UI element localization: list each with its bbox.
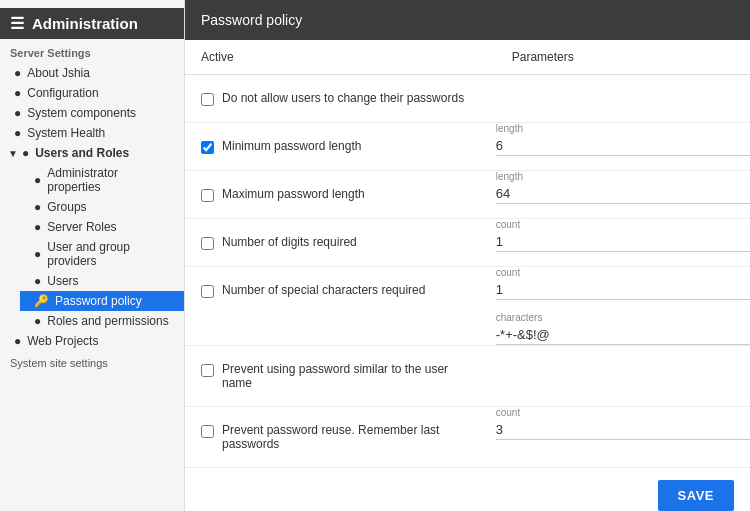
- param-label-min-length: length: [496, 123, 750, 134]
- param-input-prevent-reuse[interactable]: [496, 420, 750, 440]
- admin-properties-icon: ●: [34, 173, 41, 187]
- table-row: Number of special characters requiredcou…: [185, 267, 750, 346]
- sidebar-item-server-roles[interactable]: ● Server Roles: [20, 217, 184, 237]
- table-row: Prevent using password similar to the us…: [185, 346, 750, 407]
- table-row: Minimum password lengthlength: [185, 123, 750, 171]
- app-title: Administration: [32, 15, 138, 32]
- sidebar-item-about[interactable]: ● About Jshia: [0, 63, 184, 83]
- server-settings-label: Server Settings: [0, 39, 184, 63]
- sidebar-item-label: Server Roles: [47, 220, 116, 234]
- sidebar-item-label: Password policy: [55, 294, 142, 308]
- label-prevent-reuse: Prevent password reuse. Remember last pa…: [222, 423, 480, 451]
- sidebar-app-header: ☰ Administration: [0, 8, 184, 39]
- table-row: Do not allow users to change their passw…: [185, 75, 750, 123]
- table-row: Maximum password lengthlength: [185, 171, 750, 219]
- param-input-special-chars[interactable]: [496, 280, 750, 300]
- save-button[interactable]: SAVE: [658, 480, 734, 511]
- menu-icon[interactable]: ☰: [10, 14, 24, 33]
- page-title: Password policy: [201, 12, 302, 28]
- extra-param-label-special-chars: characters: [496, 312, 750, 323]
- param-cell-digits-required: count: [496, 219, 750, 267]
- column-parameters: Parameters: [496, 40, 750, 75]
- extra-param-input-special-chars[interactable]: [496, 325, 750, 345]
- web-projects-icon: ●: [14, 334, 21, 348]
- save-row: SAVE: [185, 468, 750, 511]
- sidebar-item-label: Administrator properties: [47, 166, 174, 194]
- checkbox-prevent-reuse[interactable]: [201, 425, 214, 438]
- column-active: Active: [185, 40, 496, 75]
- sidebar-item-label: Groups: [47, 200, 86, 214]
- label-digits-required: Number of digits required: [222, 235, 357, 249]
- param-label-special-chars: count: [496, 267, 750, 278]
- label-special-chars: Number of special characters required: [222, 283, 425, 297]
- checkbox-digits-required[interactable]: [201, 237, 214, 250]
- checkbox-similar-username[interactable]: [201, 364, 214, 377]
- sidebar-item-label: User and group providers: [47, 240, 174, 268]
- param-label-digits-required: count: [496, 219, 750, 230]
- param-input-max-length[interactable]: [496, 184, 750, 204]
- param-cell-similar-username: [496, 346, 750, 407]
- checkbox-special-chars[interactable]: [201, 285, 214, 298]
- table-header-row: Active Parameters: [185, 40, 750, 75]
- system-components-icon: ●: [14, 106, 21, 120]
- param-cell-special-chars: countcharacters: [496, 267, 750, 346]
- checkbox-min-length[interactable]: [201, 141, 214, 154]
- user-group-providers-icon: ●: [34, 247, 41, 261]
- sidebar-item-label: About Jshia: [27, 66, 90, 80]
- sidebar-item-user-group-providers[interactable]: ● User and group providers: [20, 237, 184, 271]
- param-cell-no-change: [496, 75, 750, 123]
- main-content: Active Parameters Do not allow users to …: [185, 40, 750, 511]
- sidebar-item-system-components[interactable]: ● System components: [0, 103, 184, 123]
- sidebar-item-password-policy[interactable]: 🔑 Password policy: [20, 291, 184, 311]
- checkbox-max-length[interactable]: [201, 189, 214, 202]
- users-roles-subitems: ● Administrator properties ● Groups ● Se…: [0, 163, 184, 331]
- sidebar-item-groups[interactable]: ● Groups: [20, 197, 184, 217]
- sidebar-item-label: Roles and permissions: [47, 314, 168, 328]
- param-cell-min-length: length: [496, 123, 750, 171]
- users-icon: ●: [34, 274, 41, 288]
- configuration-icon: ●: [14, 86, 21, 100]
- label-max-length: Maximum password length: [222, 187, 365, 201]
- about-icon: ●: [14, 66, 21, 80]
- top-header: Password policy: [185, 0, 750, 40]
- group-arrow-icon: ▼: [8, 148, 18, 159]
- system-site-settings-link[interactable]: System site settings: [0, 351, 184, 375]
- sidebar-item-label: Web Projects: [27, 334, 98, 348]
- sidebar-item-system-health[interactable]: ● System Health: [0, 123, 184, 143]
- sidebar-item-label: System components: [27, 106, 136, 120]
- sidebar-item-web-projects[interactable]: ● Web Projects: [0, 331, 184, 351]
- checkbox-no-change[interactable]: [201, 93, 214, 106]
- sidebar-item-label: Configuration: [27, 86, 98, 100]
- sidebar-item-label: Users: [47, 274, 78, 288]
- param-cell-prevent-reuse: count: [496, 407, 750, 468]
- param-label-prevent-reuse: count: [496, 407, 750, 418]
- param-input-min-length[interactable]: [496, 136, 750, 156]
- sidebar-item-admin-properties[interactable]: ● Administrator properties: [20, 163, 184, 197]
- sidebar-item-roles-permissions[interactable]: ● Roles and permissions: [20, 311, 184, 331]
- sidebar-item-configuration[interactable]: ● Configuration: [0, 83, 184, 103]
- roles-permissions-icon: ●: [34, 314, 41, 328]
- table-row: Prevent password reuse. Remember last pa…: [185, 407, 750, 468]
- param-input-digits-required[interactable]: [496, 232, 750, 252]
- groups-icon: ●: [34, 200, 41, 214]
- table-row: Number of digits requiredcount: [185, 219, 750, 267]
- server-roles-icon: ●: [34, 220, 41, 234]
- sidebar-group-users-roles[interactable]: ▼ ● Users and Roles: [0, 143, 184, 163]
- param-cell-max-length: length: [496, 171, 750, 219]
- users-roles-label: Users and Roles: [35, 146, 129, 160]
- policy-table: Active Parameters Do not allow users to …: [185, 40, 750, 468]
- sidebar: ☰ Administration Server Settings ● About…: [0, 0, 185, 511]
- sidebar-item-users[interactable]: ● Users: [20, 271, 184, 291]
- system-health-icon: ●: [14, 126, 21, 140]
- users-roles-icon: ●: [22, 146, 29, 160]
- label-similar-username: Prevent using password similar to the us…: [222, 362, 480, 390]
- system-site-label: System site settings: [10, 357, 108, 369]
- password-policy-icon: 🔑: [34, 294, 49, 308]
- param-label-max-length: length: [496, 171, 750, 182]
- sidebar-item-label: System Health: [27, 126, 105, 140]
- label-min-length: Minimum password length: [222, 139, 361, 153]
- label-no-change: Do not allow users to change their passw…: [222, 91, 464, 105]
